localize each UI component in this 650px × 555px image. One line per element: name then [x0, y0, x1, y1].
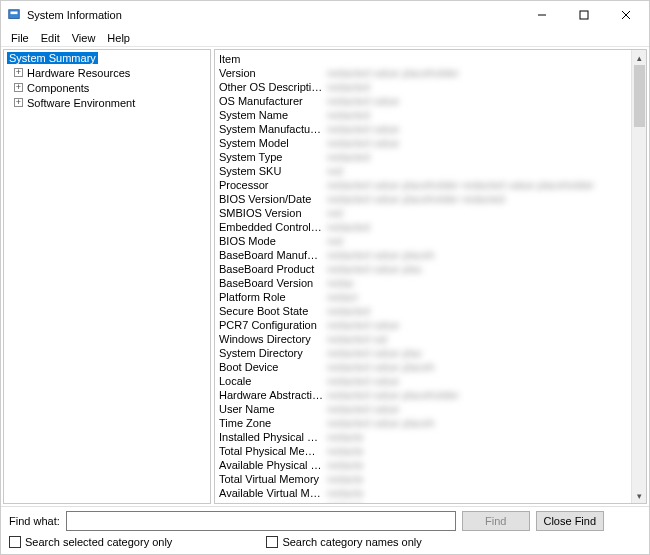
table-row[interactable]: Available Physical Mem..redacte: [215, 458, 646, 472]
table-row[interactable]: BaseBoard Productredacted value plac: [215, 262, 646, 276]
window-title: System Information: [27, 9, 521, 21]
table-row[interactable]: Windows Directoryredacted val: [215, 332, 646, 346]
item-value: redacted: [323, 81, 646, 93]
table-row[interactable]: Secure Boot Stateredacted: [215, 304, 646, 318]
table-row[interactable]: Other OS Descriptionredacted: [215, 80, 646, 94]
checkbox-names-only[interactable]: [266, 536, 278, 548]
item-value: redacted value placeholder redacted: [323, 193, 646, 205]
table-row[interactable]: Platform Roleredact: [215, 290, 646, 304]
scroll-up-icon[interactable]: ▴: [632, 50, 647, 65]
table-row[interactable]: System Directoryredacted value plac: [215, 346, 646, 360]
scroll-thumb[interactable]: [634, 65, 645, 127]
menu-file[interactable]: File: [5, 31, 35, 45]
expand-icon[interactable]: +: [14, 98, 23, 107]
find-input[interactable]: [66, 511, 456, 531]
table-row[interactable]: Installed Physical Mem..redacte: [215, 430, 646, 444]
menu-edit[interactable]: Edit: [35, 31, 66, 45]
app-icon: [7, 8, 21, 22]
tree-item-components[interactable]: + Components: [4, 80, 210, 95]
item-value: redacted value: [323, 123, 646, 135]
item-label: Total Virtual Memory: [215, 473, 323, 485]
item-value: redact: [323, 291, 646, 303]
item-label: System Type: [215, 151, 323, 163]
item-label: System Model: [215, 137, 323, 149]
item-label: Installed Physical Mem..: [215, 431, 323, 443]
item-label: System Manufacturer: [215, 123, 323, 135]
table-row[interactable]: BaseBoard Versionredac: [215, 276, 646, 290]
table-row[interactable]: Total Physical Memoryredacte: [215, 444, 646, 458]
table-row[interactable]: BaseBoard Manufacturerredacted value pla…: [215, 248, 646, 262]
scroll-down-icon[interactable]: ▾: [632, 488, 647, 503]
item-value: redacted: [323, 221, 646, 233]
item-label: BaseBoard Version: [215, 277, 323, 289]
item-value: redacted value: [323, 137, 646, 149]
expand-icon[interactable]: +: [14, 83, 23, 92]
menu-help[interactable]: Help: [101, 31, 136, 45]
table-row[interactable]: Total Virtual Memoryredacte: [215, 472, 646, 486]
table-row[interactable]: System Modelredacted value: [215, 136, 646, 150]
table-row[interactable]: BIOS Version/Dateredacted value placehol…: [215, 192, 646, 206]
table-row[interactable]: Hardware Abstraction L..redacted value p…: [215, 388, 646, 402]
tree-item-software-environment[interactable]: + Software Environment: [4, 95, 210, 110]
item-value: redacted value placeh: [323, 249, 646, 261]
item-label: PCR7 Configuration: [215, 319, 323, 331]
table-row[interactable]: Processorredacted value placeholder reda…: [215, 178, 646, 192]
table-row[interactable]: Boot Deviceredacted value placeh: [215, 360, 646, 374]
item-value: redacte: [323, 473, 646, 485]
item-label: Locale: [215, 375, 323, 387]
close-find-button[interactable]: Close Find: [536, 511, 604, 531]
item-label: Page File Space: [215, 501, 323, 503]
table-row[interactable]: Time Zoneredacted value placeh: [215, 416, 646, 430]
item-label: Time Zone: [215, 417, 323, 429]
item-value: red: [323, 235, 646, 247]
svg-rect-1: [11, 12, 18, 15]
table-row[interactable]: OS Manufacturerredacted value: [215, 94, 646, 108]
item-label: Version: [215, 67, 323, 79]
table-row[interactable]: System Manufacturerredacted value: [215, 122, 646, 136]
item-value: redacted: [323, 109, 646, 121]
item-value: redacted val: [323, 333, 646, 345]
item-label: OS Manufacturer: [215, 95, 323, 107]
expand-icon[interactable]: +: [14, 68, 23, 77]
table-row[interactable]: Embedded Controller V..redacted: [215, 220, 646, 234]
table-row[interactable]: System Nameredacted: [215, 108, 646, 122]
titlebar: System Information: [1, 1, 649, 29]
item-label: User Name: [215, 403, 323, 415]
table-row[interactable]: BIOS Modered: [215, 234, 646, 248]
minimize-button[interactable]: [521, 1, 563, 29]
item-value: redac: [323, 277, 646, 289]
item-value: redacted value: [323, 375, 646, 387]
find-label: Find what:: [9, 515, 60, 527]
table-row[interactable]: Localeredacted value: [215, 374, 646, 388]
content-area: System Summary + Hardware Resources + Co…: [1, 47, 649, 506]
table-row[interactable]: PCR7 Configurationredacted value: [215, 318, 646, 332]
item-value: redacted value placeholder: [323, 389, 646, 401]
tree-item-hardware-resources[interactable]: + Hardware Resources: [4, 65, 210, 80]
close-button[interactable]: [605, 1, 647, 29]
table-row[interactable]: System SKUred: [215, 164, 646, 178]
vertical-scrollbar[interactable]: ▴ ▾: [631, 50, 646, 503]
details-pane: Item Versionredacted value placeholderOt…: [214, 49, 647, 504]
item-value: redacted value placeholder redacted valu…: [323, 179, 646, 191]
maximize-button[interactable]: [563, 1, 605, 29]
table-header-row[interactable]: Item: [215, 52, 646, 66]
table-row[interactable]: System Typeredacted: [215, 150, 646, 164]
menu-view[interactable]: View: [66, 31, 102, 45]
checkbox-selected-only[interactable]: [9, 536, 21, 548]
item-value: redacted: [323, 305, 646, 317]
item-value: redacte: [323, 445, 646, 457]
column-header-item[interactable]: Item: [215, 53, 323, 65]
item-label: Available Physical Mem..: [215, 459, 323, 471]
item-value: redacted value: [323, 95, 646, 107]
item-label: Platform Role: [215, 291, 323, 303]
table-row[interactable]: Versionredacted value placeholder: [215, 66, 646, 80]
table-row[interactable]: Page File Spaceredacte: [215, 500, 646, 503]
tree-root-system-summary[interactable]: System Summary: [4, 50, 210, 65]
table-row[interactable]: User Nameredacted value: [215, 402, 646, 416]
find-button[interactable]: Find: [462, 511, 530, 531]
item-label: Hardware Abstraction L..: [215, 389, 323, 401]
item-label: BaseBoard Manufacturer: [215, 249, 323, 261]
table-row[interactable]: SMBIOS Versionred: [215, 206, 646, 220]
item-label: BIOS Mode: [215, 235, 323, 247]
table-row[interactable]: Available Virtual Memoryredacte: [215, 486, 646, 500]
